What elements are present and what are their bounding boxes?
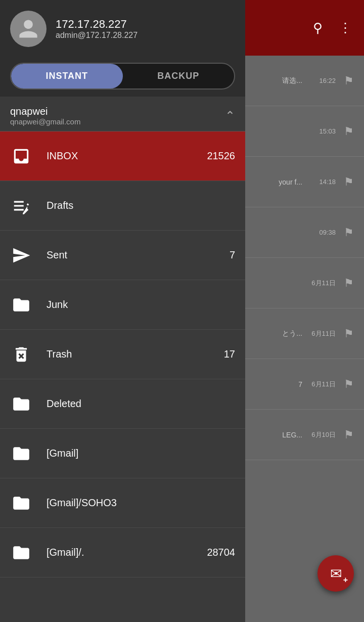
search-icon[interactable]: ⚲ [313,20,323,36]
gmail-soho3-icon [10,492,32,514]
flag-icon[interactable]: ⚑ [344,125,354,138]
trash-icon [10,343,32,366]
account-email: qnapwei@gmail.com [10,117,80,126]
toggle-bar: INSTANT BACKUP [0,56,245,97]
deleted-icon [10,393,32,415]
sidebar-item-junk[interactable]: Junk [0,280,245,330]
navigation-drawer: 172.17.28.227 admin@172.17.28.227 INSTAN… [0,0,245,622]
trash-count: 17 [224,348,235,360]
sidebar-item-drafts[interactable]: Drafts [0,181,245,231]
flag-icon[interactable]: ⚑ [344,74,354,87]
flag-icon[interactable]: ⚑ [344,277,354,290]
trash-label: Trash [47,348,210,360]
account-info: qnapwei qnapwei@gmail.com [10,106,80,126]
more-vert-icon[interactable]: ⋮ [339,20,352,36]
gmail-icon [10,442,32,465]
admin-email: admin@172.17.28.227 [56,31,138,40]
sent-count: 7 [230,249,235,261]
flag-icon[interactable]: ⚑ [344,226,354,239]
account-section[interactable]: qnapwei qnapwei@gmail.com ⌃ [0,97,245,131]
drafts-label: Drafts [47,200,235,211]
gmail-more-label: [Gmail]/. [47,547,193,558]
account-name: qnapwei [10,106,80,117]
email-time: 09:38 [310,229,336,236]
drafts-icon [10,195,32,217]
compose-fab[interactable]: ✉ + [317,555,354,592]
sidebar-item-gmail-more[interactable]: [Gmail]/. 28704 [0,528,245,577]
drawer-header: 172.17.28.227 admin@172.17.28.227 [0,0,245,56]
instant-toggle[interactable]: INSTANT [11,64,123,88]
email-time: 16:22 [310,77,336,84]
fab-plus-icon: + [343,575,348,585]
email-time: 6月11日 [310,279,336,288]
email-time: 6月11日 [310,380,336,389]
instant-backup-toggle: INSTANT BACKUP [10,63,235,90]
backup-toggle[interactable]: BACKUP [123,64,235,88]
email-time: 6月11日 [310,329,336,338]
header-info: 172.17.28.227 admin@172.17.28.227 [56,18,138,40]
gmail-more-count: 28704 [207,547,235,558]
inbox-icon [10,145,32,167]
avatar [10,11,47,47]
inbox-count: 21526 [207,150,235,162]
top-bar-right: ⚲ ⋮ [243,0,364,56]
gmail-more-icon [10,542,32,564]
flag-icon[interactable]: ⚑ [344,175,354,189]
email-time: 14:18 [310,178,336,186]
gmail-label: [Gmail] [47,448,235,459]
sidebar-item-deleted[interactable]: Deleted [0,379,245,429]
flag-icon[interactable]: ⚑ [344,378,354,391]
deleted-label: Deleted [47,398,235,410]
inbox-label: INBOX [47,150,193,162]
sidebar-item-sent[interactable]: Sent 7 [0,231,245,280]
email-time: 15:03 [310,127,336,135]
sent-label: Sent [47,249,215,261]
email-time: 6月10日 [310,430,336,439]
sent-icon [10,244,32,266]
gmail-soho3-label: [Gmail]/SOHO3 [47,497,235,509]
junk-icon [10,294,32,316]
flag-icon[interactable]: ⚑ [344,327,354,340]
mail-icon: ✉ [330,565,342,582]
flag-icon[interactable]: ⚑ [344,428,354,441]
junk-label: Junk [47,299,235,310]
sidebar-item-inbox[interactable]: INBOX 21526 [0,131,245,181]
sidebar-item-gmail[interactable]: [Gmail] [0,429,245,478]
nav-list: INBOX 21526 Drafts Sent 7 Junk Trash 17 … [0,131,245,577]
sidebar-item-gmail-soho3[interactable]: [Gmail]/SOHO3 [0,478,245,528]
server-ip: 172.17.28.227 [56,18,138,31]
chevron-up-icon[interactable]: ⌃ [225,109,235,123]
sidebar-item-trash[interactable]: Trash 17 [0,330,245,379]
